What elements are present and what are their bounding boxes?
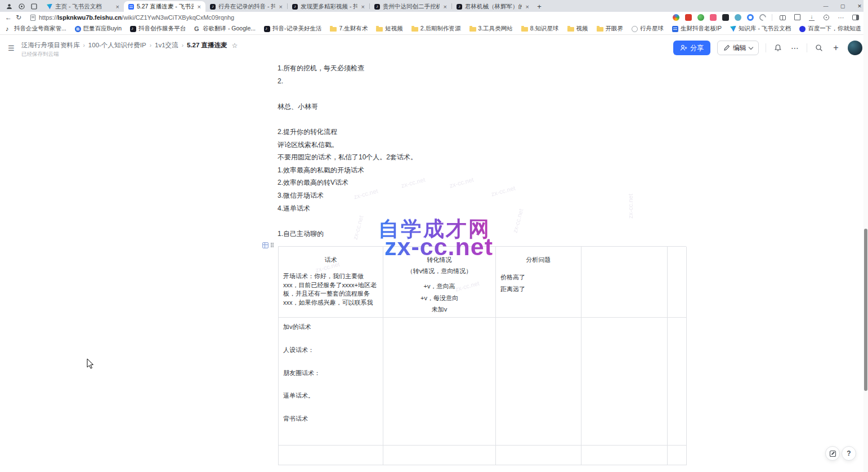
close-tab-icon[interactable]: × [442, 3, 448, 10]
doc-paragraph[interactable]: 2.提升你的转化流程 [278, 126, 688, 139]
table-cell-empty[interactable] [383, 446, 496, 465]
bookmark-folder[interactable]: 8.知识星球 [521, 25, 559, 33]
table-cell-empty[interactable] [496, 318, 581, 446]
new-tab-button[interactable]: + [534, 1, 545, 12]
bookmark-item[interactable]: 行舟星球 [632, 25, 664, 33]
close-tab-icon[interactable]: × [525, 3, 530, 10]
tab-douyin-machinery[interactable]: 君林机械（林辉军）的抖音 - 抖 × [452, 1, 534, 12]
refresh-icon[interactable]: ↻ [14, 13, 24, 22]
tab-home[interactable]: 主页 - 飞书云文档 × [42, 1, 124, 12]
bookmark-item[interactable]: 抖音-记录美好生活 [264, 25, 322, 33]
table-cell[interactable]: 加v的话术 人设话术： 朋友圈话术： 逼单话术。 背书话术 [279, 318, 383, 446]
address-bar[interactable]: https://lspknkwu7b.feishu.cn/wiki/CZ1YwN… [30, 14, 673, 21]
vertical-tabs-icon[interactable] [30, 3, 38, 10]
bookmark-folder[interactable]: 短视频 [376, 25, 403, 33]
notification-bell-icon[interactable] [773, 44, 783, 52]
doc-paragraph[interactable]: 不要用固定的话术，私信了10个人。2套话术。 [278, 151, 688, 164]
table-cell[interactable]: 分析问题 价格高了 距离远了 [496, 247, 581, 318]
bookmark-folder[interactable]: 2.后期制作资源 [411, 25, 461, 33]
help-button[interactable]: ? [842, 446, 856, 461]
minimize-button[interactable]: — [817, 0, 834, 12]
sidebar-collapse-icon[interactable]: ☰ [8, 44, 15, 52]
bookmark-item[interactable]: 知识库 - 飞书云文档 [730, 25, 791, 33]
scrollbar-thumb[interactable] [864, 229, 867, 391]
doc-paragraph[interactable] [278, 113, 688, 126]
tab-current-doc[interactable]: 5.27 直播连麦 - 飞书云文档 × [124, 1, 205, 12]
bookmark-item[interactable]: ♪抖音企业号商家管... [6, 25, 66, 33]
table-cell[interactable]: 话术 开场话术：你好，我们主要做xxx，目前已经服务了xxxx+地区老板，并且还… [279, 247, 383, 318]
bookmark-item[interactable]: 百度一下，你就知道 [799, 25, 861, 33]
bookmark-item[interactable]: 生财抖音老板IP [672, 25, 722, 33]
bookmark-folder[interactable]: 3.工具类网站 [469, 25, 513, 33]
extension-pink-icon[interactable] [710, 14, 717, 21]
browser-toolbar: ← ↻ https://lspknkwu7b.feishu.cn/wiki/CZ… [0, 12, 868, 23]
drag-handle-icon[interactable] [271, 243, 274, 248]
extension-blue-ring-icon[interactable] [747, 14, 754, 21]
avatar[interactable] [848, 41, 862, 55]
bookmark-folder[interactable]: 开眼界 [597, 25, 624, 33]
table-cell-empty[interactable] [383, 318, 496, 446]
tab-strip: 主页 - 飞书云文档 × 5.27 直播连麦 - 飞书云文档 × 行舟在记录的抖… [0, 0, 868, 12]
profile-icon[interactable] [6, 3, 13, 10]
table-cell-empty[interactable] [279, 446, 383, 465]
edit-button[interactable]: 编辑 [717, 41, 759, 55]
page-info-icon[interactable] [30, 15, 35, 21]
doc-paragraph[interactable]: 2.效率的最高的转V话术 [278, 176, 688, 189]
maximize-button[interactable]: ▢ [834, 0, 851, 12]
sidebar-toggle-icon[interactable] [851, 14, 860, 21]
doc-paragraph[interactable]: 林总、小林哥 [278, 100, 688, 113]
doc-paragraph[interactable]: 评论区线索私信戳。 [278, 139, 688, 152]
close-tab-icon[interactable]: × [278, 3, 284, 10]
share-button[interactable]: 分享 [673, 41, 710, 55]
breadcrumb-item[interactable]: 100-个人知识付费IP [88, 41, 146, 50]
tab-douyin-search[interactable]: 发现更多精彩视频 - 抖音搜索 × [288, 1, 369, 12]
table-cell-empty[interactable] [581, 446, 668, 465]
back-icon[interactable]: ← [3, 13, 14, 22]
table-block-icon[interactable] [262, 242, 269, 248]
breadcrumb-item[interactable]: 1v1交流 [155, 41, 178, 50]
bookmark-item[interactable]: B巨量百应Buyin [75, 25, 122, 33]
extension-red-icon[interactable] [685, 14, 692, 21]
search-icon[interactable] [814, 44, 824, 52]
table-cell-empty[interactable] [668, 318, 687, 446]
browser-essentials-icon[interactable] [822, 14, 831, 21]
table-cell-empty[interactable] [496, 446, 581, 465]
extension-black-icon[interactable] [722, 14, 729, 21]
bookmark-label: 3.工具类网站 [478, 25, 513, 33]
extensions-hub-icon[interactable] [18, 3, 25, 10]
table-cell-empty[interactable] [668, 446, 687, 465]
doc-paragraph[interactable]: 1.效率最高的私戳的开场话术 [278, 164, 688, 177]
document-canvas[interactable]: 1.所有的挖机，每天必须检查 2. 林总、小林哥 2.提升你的转化流程 评论区线… [0, 62, 868, 472]
table-cell-empty[interactable] [581, 318, 668, 446]
star-icon[interactable]: ☆ [232, 42, 238, 50]
bookmark-label: 视频 [576, 25, 588, 33]
globe-icon [632, 26, 638, 32]
table-cell-empty[interactable] [581, 247, 668, 318]
extension-gray-icon[interactable] [758, 13, 768, 23]
bookmark-folder[interactable]: 视频 [567, 25, 588, 33]
close-tab-icon[interactable]: × [115, 3, 120, 10]
douyin-icon [264, 26, 270, 32]
extension-teal-icon[interactable] [735, 14, 741, 21]
bookmark-folder[interactable]: 7.生财有术 [330, 25, 368, 33]
extension-colorful-icon[interactable] [673, 14, 679, 21]
split-screen-icon[interactable] [778, 14, 787, 21]
table-cell-empty[interactable] [668, 247, 687, 318]
settings-more-icon[interactable]: ⋯ [836, 14, 845, 21]
feedback-button[interactable] [825, 446, 840, 461]
downloads-icon[interactable]: ↓ [807, 14, 816, 21]
collections-icon[interactable] [793, 14, 802, 21]
tab-douyin-excavator[interactable]: 贵州中达同创二手挖机的抖音 - × [370, 1, 451, 12]
breadcrumb-item[interactable]: 泛海行舟项目资料库 [21, 41, 80, 50]
doc-paragraph[interactable]: 2. [278, 75, 688, 88]
close-tab-icon[interactable]: × [196, 3, 202, 10]
doc-paragraph[interactable] [278, 87, 688, 100]
create-new-icon[interactable]: + [831, 43, 841, 53]
close-tab-icon[interactable]: × [360, 3, 366, 10]
bookmark-item[interactable]: 抖音创作服务平台 [130, 25, 186, 33]
bookmark-item[interactable]: G谷歌翻译 - Google... [194, 25, 256, 33]
tab-douyin-profile[interactable]: 行舟在记录的抖音 - 抖音 × [205, 1, 287, 12]
doc-paragraph[interactable]: 1.所有的挖机，每天必须检查 [278, 62, 688, 75]
extension-green-icon[interactable] [697, 14, 704, 21]
more-options-icon[interactable]: ⋯ [790, 43, 800, 52]
